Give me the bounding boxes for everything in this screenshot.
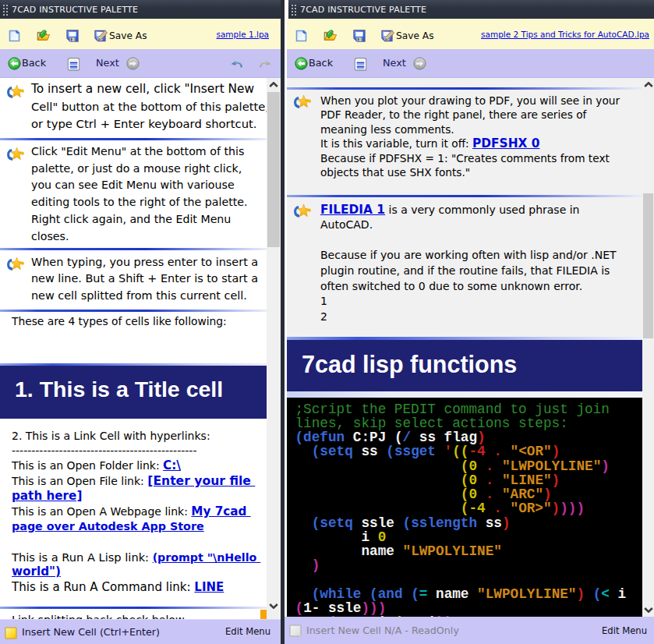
text-line: When typing, you press enter to insert a <box>31 254 267 271</box>
code-token: (defun <box>295 430 345 445</box>
code-token: 0 <box>378 529 387 545</box>
code-token: ( <box>461 501 469 516</box>
next-arrow-circle-icon[interactable] <box>126 57 140 70</box>
cell-hyperlink[interactable]: world") <box>12 564 61 579</box>
code-token: ( <box>461 472 469 488</box>
open-folder-icon[interactable] <box>323 30 337 42</box>
insert-new-cell-button[interactable]: Insert New Cell N/A - ReadOnly <box>306 625 459 636</box>
cell-hyperlink[interactable]: [Enter your file <box>147 474 255 488</box>
open-folder-icon[interactable] <box>37 30 50 42</box>
sticky-note-disabled-icon[interactable] <box>289 625 302 637</box>
scrollbar-thumb[interactable] <box>267 92 280 247</box>
text-span: When typing, you press enter to insert a <box>31 256 258 268</box>
code-token: -4 <box>468 501 485 516</box>
cells-content-area[interactable]: To insert a new cell, click "Insert NewC… <box>0 78 281 620</box>
code-token <box>403 586 412 602</box>
new-document-icon[interactable] <box>295 30 307 42</box>
back-button-label[interactable]: Back <box>22 57 46 69</box>
note-cell[interactable]: 2. This is a Link Cell with hyperlinks:-… <box>0 429 267 595</box>
undo-arrow-icon[interactable] <box>230 60 245 69</box>
code-token: (sslength <box>403 515 478 531</box>
text-line: This is an Open A Webpage link: My 7cad <box>12 504 267 519</box>
scroll-down-button[interactable] <box>267 600 281 613</box>
scroll-up-button[interactable] <box>642 78 654 91</box>
note-cell[interactable]: When typing, you press enter to insert a… <box>0 254 267 305</box>
cell-hyperlink[interactable]: My 7cad <box>191 504 250 518</box>
code-token <box>477 515 486 531</box>
text-line: you can see Edit Menu with variouse <box>31 177 267 194</box>
back-button-label[interactable]: Back <box>309 57 333 69</box>
next-button-label[interactable]: Next <box>383 57 406 69</box>
code-token: ( <box>593 586 602 602</box>
text-line: or type Ctrl + Enter keyboard shortcut. <box>31 115 267 133</box>
palette-titlebar[interactable]: 7CAD INSTRUCTIVE PALETTE <box>0 0 281 19</box>
cell-hyperlink[interactable]: C:\ <box>163 458 181 472</box>
back-arrow-circle-icon[interactable] <box>295 57 308 70</box>
text-line: This is an Open Folder link: C:\ <box>12 458 267 473</box>
cell-hyperlink[interactable]: LINE <box>194 580 224 594</box>
edit-menu-button[interactable]: Edit Menu <box>602 625 647 636</box>
text-span: objects that use SHX fonts." <box>320 166 470 179</box>
redo-arrow-icon[interactable] <box>257 60 272 69</box>
code-line: (-4 . "OR>")))) <box>295 501 643 515</box>
code-token: ) <box>552 472 560 488</box>
cell-hyperlink[interactable]: FILEDIA 1 <box>320 203 385 217</box>
save-floppy-icon[interactable] <box>353 30 366 42</box>
scroll-down-button[interactable] <box>642 603 654 617</box>
code-line: ) <box>295 558 643 572</box>
scroll-up-button[interactable] <box>267 78 281 91</box>
palette-statusbar: Insert New Cell N/A - ReadOnly Edit Menu <box>285 617 654 644</box>
code-token: -4 <box>468 444 485 459</box>
grip-dots-icon[interactable] <box>291 4 297 16</box>
cell-list-icon[interactable] <box>354 58 367 71</box>
note-cell[interactable]: When you plot your drawing to PDF, you w… <box>287 94 642 179</box>
note-cell[interactable]: These are 4 types of cells like followin… <box>0 314 267 329</box>
save-as-label[interactable]: Save As <box>109 30 147 41</box>
cell-hyperlink[interactable]: path here] <box>12 489 82 503</box>
insert-new-cell-button[interactable]: Insert New Cell (Ctrl+Enter) <box>22 626 160 638</box>
back-arrow-circle-icon[interactable] <box>8 57 21 70</box>
scrollbar-thumb[interactable] <box>643 193 653 338</box>
code-cell[interactable]: ;Script the PEDIT command to just joinli… <box>287 398 642 617</box>
note-cell[interactable]: To insert a new cell, click "Insert NewC… <box>0 80 267 133</box>
text-span: PDF Reader, to the right panel, there ar… <box>320 108 586 121</box>
loaded-file-link[interactable]: sample 1.lpa <box>216 30 269 39</box>
cell-hyperlink[interactable]: (prompt "\nHello <box>153 551 261 564</box>
cell-separator <box>0 248 267 250</box>
app-stage: 7CAD INSTRUCTIVE PALETTE Save As sample … <box>0 0 654 644</box>
title-cell[interactable]: 7cad lisp functions <box>287 337 642 391</box>
cell-separator <box>0 607 267 609</box>
cell-list-icon[interactable] <box>67 58 80 71</box>
code-token: 0 <box>468 458 477 474</box>
title-cell[interactable]: 1. This is a Title cell <box>0 363 267 419</box>
next-button-label[interactable]: Next <box>96 57 119 69</box>
text-span: These are 4 types of cells like followin… <box>12 315 227 327</box>
code-line: (defun C:PJ (/ ss flag) <box>295 430 643 444</box>
text-line: AutoCAD. <box>320 218 642 233</box>
palette-titlebar[interactable]: 7CAD INSTRUCTIVE PALETTE <box>288 0 654 19</box>
edit-menu-button[interactable]: Edit Menu <box>225 626 270 637</box>
loaded-file-link[interactable]: sample 2 Tips and Tricks for AutoCAD.lpa <box>481 30 649 39</box>
cell-hyperlink[interactable]: PDFSHX 0 <box>472 136 539 150</box>
code-line: (0 . "ARC") <box>295 487 643 501</box>
code-token <box>295 515 312 531</box>
palette-toolbar: Save As sample 2 Tips and Tricks for Aut… <box>287 19 654 49</box>
save-as-label[interactable]: Save As <box>396 30 433 41</box>
cell-star-comet-icon <box>292 94 311 112</box>
save-as-floppy-pencil-icon[interactable] <box>94 30 108 42</box>
note-cell[interactable]: Click "Edit Menu" at the bottom of thisp… <box>0 143 267 246</box>
code-token: ) <box>552 444 560 459</box>
next-arrow-circle-icon[interactable] <box>413 57 426 70</box>
vertical-scrollbar[interactable] <box>267 78 281 620</box>
save-floppy-icon[interactable] <box>66 30 79 42</box>
save-as-floppy-pencil-icon[interactable] <box>381 30 394 42</box>
sticky-note-icon[interactable] <box>5 627 17 639</box>
new-document-icon[interactable] <box>9 30 20 42</box>
grip-dots-icon[interactable] <box>2 4 9 16</box>
cells-content-area[interactable]: When you plot your drawing to PDF, you w… <box>287 78 654 617</box>
note-cell[interactable]: FILEDIA 1 is a very commonly used phrase… <box>287 203 642 325</box>
vertical-scrollbar[interactable] <box>642 78 654 617</box>
text-span: often switched to 0 due to some unknown … <box>320 280 582 292</box>
cell-hyperlink[interactable]: page over Autodesk App Store <box>12 520 204 533</box>
text-span: To insert a new cell, click "Insert New <box>31 82 254 96</box>
